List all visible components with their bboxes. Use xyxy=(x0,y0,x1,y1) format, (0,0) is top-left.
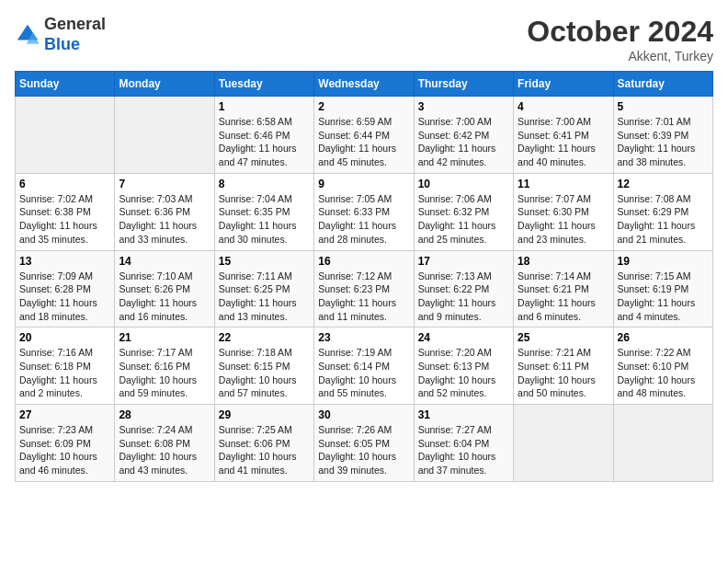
calendar-header: SundayMondayTuesdayWednesdayThursdayFrid… xyxy=(16,72,713,97)
day-number: 29 xyxy=(219,408,310,421)
calendar-cell xyxy=(613,405,712,482)
calendar-cell: 29Sunrise: 7:25 AM Sunset: 6:06 PM Dayli… xyxy=(214,405,313,482)
calendar-cell: 6Sunrise: 7:02 AM Sunset: 6:38 PM Daylig… xyxy=(16,173,115,250)
week-row-1: 6Sunrise: 7:02 AM Sunset: 6:38 PM Daylig… xyxy=(16,173,713,250)
logo: General Blue xyxy=(15,15,106,54)
header-day-thursday: Thursday xyxy=(414,72,513,97)
day-number: 23 xyxy=(318,331,409,344)
day-info: Sunrise: 7:05 AM Sunset: 6:33 PM Dayligh… xyxy=(318,192,409,247)
calendar-cell: 4Sunrise: 7:00 AM Sunset: 6:41 PM Daylig… xyxy=(514,97,613,174)
week-row-2: 13Sunrise: 7:09 AM Sunset: 6:28 PM Dayli… xyxy=(16,250,713,327)
day-info: Sunrise: 7:19 AM Sunset: 6:14 PM Dayligh… xyxy=(318,346,409,400)
day-info: Sunrise: 7:12 AM Sunset: 6:23 PM Dayligh… xyxy=(318,270,409,324)
calendar-cell: 1Sunrise: 6:58 AM Sunset: 6:46 PM Daylig… xyxy=(214,97,313,174)
day-number: 30 xyxy=(318,408,409,421)
day-info: Sunrise: 7:26 AM Sunset: 6:05 PM Dayligh… xyxy=(318,423,409,477)
calendar-cell: 20Sunrise: 7:16 AM Sunset: 6:18 PM Dayli… xyxy=(16,327,115,405)
day-info: Sunrise: 7:16 AM Sunset: 6:18 PM Dayligh… xyxy=(19,346,110,400)
calendar-cell: 25Sunrise: 7:21 AM Sunset: 6:11 PM Dayli… xyxy=(514,327,613,405)
day-number: 1 xyxy=(219,100,310,113)
day-number: 21 xyxy=(119,331,210,344)
day-info: Sunrise: 7:13 AM Sunset: 6:22 PM Dayligh… xyxy=(418,270,509,324)
calendar-cell: 24Sunrise: 7:20 AM Sunset: 6:13 PM Dayli… xyxy=(414,327,513,405)
calendar-cell: 23Sunrise: 7:19 AM Sunset: 6:14 PM Dayli… xyxy=(314,327,414,405)
day-number: 10 xyxy=(418,178,509,190)
day-info: Sunrise: 7:22 AM Sunset: 6:10 PM Dayligh… xyxy=(618,346,709,400)
calendar-cell: 17Sunrise: 7:13 AM Sunset: 6:22 PM Dayli… xyxy=(414,250,513,327)
day-number: 15 xyxy=(219,255,310,268)
header-day-saturday: Saturday xyxy=(613,72,712,97)
day-info: Sunrise: 7:06 AM Sunset: 6:32 PM Dayligh… xyxy=(418,192,509,247)
day-number: 14 xyxy=(119,255,210,268)
calendar-cell: 2Sunrise: 6:59 AM Sunset: 6:44 PM Daylig… xyxy=(314,97,414,174)
calendar-cell: 26Sunrise: 7:22 AM Sunset: 6:10 PM Dayli… xyxy=(613,327,712,405)
day-info: Sunrise: 7:27 AM Sunset: 6:04 PM Dayligh… xyxy=(418,423,509,477)
calendar-cell: 19Sunrise: 7:15 AM Sunset: 6:19 PM Dayli… xyxy=(613,250,712,327)
day-info: Sunrise: 7:11 AM Sunset: 6:25 PM Dayligh… xyxy=(219,270,310,324)
day-info: Sunrise: 7:07 AM Sunset: 6:30 PM Dayligh… xyxy=(518,192,609,247)
calendar-cell: 8Sunrise: 7:04 AM Sunset: 6:35 PM Daylig… xyxy=(214,173,313,250)
header-day-friday: Friday xyxy=(514,72,613,97)
day-number: 3 xyxy=(418,100,509,113)
day-info: Sunrise: 7:17 AM Sunset: 6:16 PM Dayligh… xyxy=(119,346,210,400)
day-number: 18 xyxy=(518,255,609,268)
header-day-monday: Monday xyxy=(115,72,214,97)
day-number: 24 xyxy=(418,331,509,344)
logo-blue: Blue xyxy=(44,35,106,55)
day-info: Sunrise: 7:01 AM Sunset: 6:39 PM Dayligh… xyxy=(618,115,709,169)
logo-text: General Blue xyxy=(44,15,106,54)
day-info: Sunrise: 7:03 AM Sunset: 6:36 PM Dayligh… xyxy=(119,192,210,247)
day-number: 31 xyxy=(418,408,509,421)
calendar-cell: 13Sunrise: 7:09 AM Sunset: 6:28 PM Dayli… xyxy=(16,250,115,327)
calendar-cell: 21Sunrise: 7:17 AM Sunset: 6:16 PM Dayli… xyxy=(115,327,214,405)
header-row: SundayMondayTuesdayWednesdayThursdayFrid… xyxy=(16,72,713,97)
header-day-wednesday: Wednesday xyxy=(314,72,414,97)
calendar-cell: 15Sunrise: 7:11 AM Sunset: 6:25 PM Dayli… xyxy=(214,250,313,327)
day-number: 12 xyxy=(618,178,709,190)
day-info: Sunrise: 7:18 AM Sunset: 6:15 PM Dayligh… xyxy=(219,346,310,400)
day-number: 25 xyxy=(518,331,609,344)
title-block: October 2024 Akkent, Turkey xyxy=(527,15,713,63)
logo-general: General xyxy=(44,15,106,35)
logo-icon xyxy=(15,22,40,48)
day-number: 28 xyxy=(119,408,210,421)
calendar-cell: 11Sunrise: 7:07 AM Sunset: 6:30 PM Dayli… xyxy=(514,173,613,250)
calendar-cell: 18Sunrise: 7:14 AM Sunset: 6:21 PM Dayli… xyxy=(514,250,613,327)
calendar-cell: 3Sunrise: 7:00 AM Sunset: 6:42 PM Daylig… xyxy=(414,97,513,174)
month-title: October 2024 xyxy=(527,15,713,49)
calendar-cell: 14Sunrise: 7:10 AM Sunset: 6:26 PM Dayli… xyxy=(115,250,214,327)
day-info: Sunrise: 7:02 AM Sunset: 6:38 PM Dayligh… xyxy=(19,192,110,247)
calendar-cell: 16Sunrise: 7:12 AM Sunset: 6:23 PM Dayli… xyxy=(314,250,414,327)
calendar-cell xyxy=(16,97,115,174)
header-day-tuesday: Tuesday xyxy=(214,72,313,97)
day-number: 26 xyxy=(618,331,709,344)
day-info: Sunrise: 7:00 AM Sunset: 6:42 PM Dayligh… xyxy=(418,115,509,169)
week-row-0: 1Sunrise: 6:58 AM Sunset: 6:46 PM Daylig… xyxy=(16,97,713,174)
calendar-cell: 9Sunrise: 7:05 AM Sunset: 6:33 PM Daylig… xyxy=(314,173,414,250)
header-day-sunday: Sunday xyxy=(16,72,115,97)
calendar-cell: 7Sunrise: 7:03 AM Sunset: 6:36 PM Daylig… xyxy=(115,173,214,250)
day-info: Sunrise: 7:25 AM Sunset: 6:06 PM Dayligh… xyxy=(219,423,310,477)
day-info: Sunrise: 7:20 AM Sunset: 6:13 PM Dayligh… xyxy=(418,346,509,400)
day-info: Sunrise: 7:00 AM Sunset: 6:41 PM Dayligh… xyxy=(518,115,609,169)
day-number: 13 xyxy=(19,255,110,268)
day-number: 16 xyxy=(318,255,409,268)
day-info: Sunrise: 7:21 AM Sunset: 6:11 PM Dayligh… xyxy=(518,346,609,400)
day-number: 19 xyxy=(618,255,709,268)
day-number: 27 xyxy=(19,408,110,421)
day-info: Sunrise: 7:24 AM Sunset: 6:08 PM Dayligh… xyxy=(119,423,210,477)
day-info: Sunrise: 7:09 AM Sunset: 6:28 PM Dayligh… xyxy=(19,270,110,324)
calendar-cell: 28Sunrise: 7:24 AM Sunset: 6:08 PM Dayli… xyxy=(115,405,214,482)
day-info: Sunrise: 7:14 AM Sunset: 6:21 PM Dayligh… xyxy=(518,270,609,324)
calendar-cell xyxy=(514,405,613,482)
day-number: 9 xyxy=(318,178,409,190)
day-info: Sunrise: 7:10 AM Sunset: 6:26 PM Dayligh… xyxy=(119,270,210,324)
day-info: Sunrise: 6:59 AM Sunset: 6:44 PM Dayligh… xyxy=(318,115,409,169)
calendar-table: SundayMondayTuesdayWednesdayThursdayFrid… xyxy=(15,71,713,482)
location-subtitle: Akkent, Turkey xyxy=(527,49,713,63)
day-number: 11 xyxy=(518,178,609,190)
day-number: 17 xyxy=(418,255,509,268)
day-number: 22 xyxy=(219,331,310,344)
calendar-cell xyxy=(115,97,214,174)
day-number: 20 xyxy=(19,331,110,344)
